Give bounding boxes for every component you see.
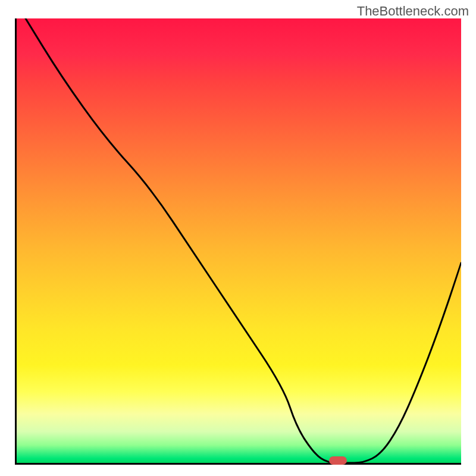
chart-line-svg [17, 18, 461, 463]
optimal-marker [329, 456, 347, 465]
watermark-text: TheBottleneck.com [357, 4, 469, 19]
curve-path [26, 18, 461, 463]
chart-plot-area [15, 18, 461, 465]
